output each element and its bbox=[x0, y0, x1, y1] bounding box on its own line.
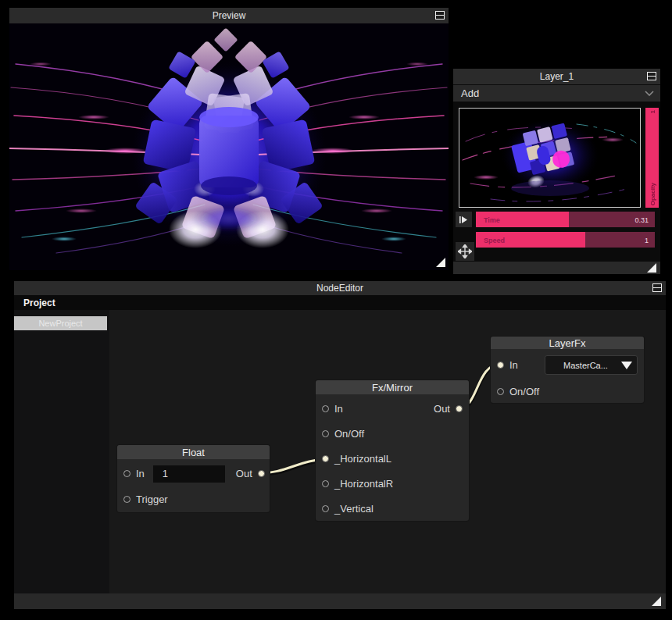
node-fx-mirror[interactable]: Fx/Mirror In Out On/Off bbox=[316, 380, 469, 521]
play-icon bbox=[459, 216, 468, 224]
opacity-slider[interactable]: 1 Opacity bbox=[645, 108, 659, 208]
port-in[interactable] bbox=[322, 405, 329, 412]
restore-window-icon[interactable] bbox=[652, 283, 662, 292]
add-dropdown-label: Add bbox=[461, 87, 479, 99]
mirror-row-vertical: _Vertical bbox=[316, 496, 469, 521]
speed-slider-value: 1 bbox=[645, 237, 649, 244]
float-row-trigger: Trigger bbox=[117, 486, 270, 512]
port-in-label: In bbox=[334, 403, 343, 415]
speed-slider[interactable]: Speed 1 bbox=[476, 232, 655, 248]
node-float-title: Float bbox=[182, 447, 205, 458]
node-editor-panel: NodeEditor Project NewProject Fl bbox=[14, 281, 666, 609]
port-out[interactable] bbox=[456, 405, 463, 412]
preview-render-image bbox=[9, 23, 449, 270]
chevron-down-icon bbox=[645, 91, 654, 96]
node-layerfx-title: LayerFx bbox=[549, 337, 586, 349]
port-horizontall[interactable] bbox=[322, 455, 329, 462]
play-button[interactable] bbox=[456, 212, 472, 227]
layerfx-row-onoff: On/Off bbox=[491, 379, 644, 403]
port-trigger[interactable] bbox=[123, 496, 130, 503]
add-dropdown[interactable]: Add bbox=[453, 85, 660, 102]
port-horizontall-label: _HorizontalL bbox=[334, 453, 391, 465]
port-out-label: Out bbox=[236, 468, 252, 479]
restore-window-icon[interactable] bbox=[435, 11, 445, 20]
opacity-label: Opacity bbox=[649, 183, 656, 205]
port-onoff-label: On/Off bbox=[509, 386, 539, 397]
preview-title: Preview bbox=[213, 10, 246, 21]
port-horizontalr[interactable] bbox=[322, 480, 329, 487]
editor-statusbar bbox=[14, 593, 666, 609]
layer-bottombar bbox=[453, 262, 660, 274]
port-onoff-label: On/Off bbox=[334, 428, 364, 440]
port-vertical[interactable] bbox=[322, 505, 329, 512]
resize-handle[interactable] bbox=[652, 597, 661, 606]
port-trigger-label: Trigger bbox=[136, 494, 168, 505]
layer-select-dropdown[interactable]: MasterCa... bbox=[545, 355, 638, 375]
editor-sidebar: NewProject bbox=[14, 310, 109, 593]
port-in-label: In bbox=[136, 468, 145, 479]
layer-thumbnail[interactable] bbox=[459, 108, 641, 208]
node-editor-titlebar[interactable]: NodeEditor bbox=[14, 281, 666, 295]
move-button[interactable] bbox=[456, 242, 474, 261]
port-in-label: In bbox=[509, 359, 518, 371]
port-out[interactable] bbox=[258, 470, 265, 477]
mirror-row-horizontalr: _HorizontalR bbox=[316, 471, 469, 496]
resize-handle[interactable] bbox=[647, 263, 656, 273]
sidebar-item-newproject[interactable]: NewProject bbox=[14, 316, 107, 330]
time-slider-value: 0.31 bbox=[634, 216, 649, 224]
time-slider-label: Time bbox=[484, 216, 500, 224]
layer-title: Layer_1 bbox=[540, 71, 574, 82]
layer-thumbnail-image bbox=[459, 109, 640, 207]
node-mirror-title: Fx/Mirror bbox=[372, 382, 413, 394]
newproject-label: NewProject bbox=[38, 319, 82, 328]
node-float-header[interactable]: Float bbox=[117, 445, 270, 459]
mirror-row-in-out: In Out bbox=[316, 396, 469, 421]
port-horizontalr-label: _HorizontalR bbox=[334, 478, 393, 490]
time-slider[interactable]: Time 0.31 bbox=[476, 212, 655, 227]
layer-titlebar[interactable]: Layer_1 bbox=[453, 69, 660, 84]
float-value-input[interactable] bbox=[153, 465, 225, 483]
layer-panel: Layer_1 Add bbox=[453, 69, 660, 274]
preview-titlebar[interactable]: Preview bbox=[9, 8, 449, 23]
speed-slider-label: Speed bbox=[484, 237, 505, 244]
node-editor-title: NodeEditor bbox=[316, 283, 363, 294]
dropdown-arrow-icon bbox=[621, 362, 632, 369]
mirror-row-horizontall: _HorizontalL bbox=[316, 446, 469, 471]
layer-select-value: MasterCa... bbox=[550, 361, 621, 370]
layerfx-row-in: In MasterCa... bbox=[491, 351, 644, 379]
port-vertical-label: _Vertical bbox=[334, 503, 374, 515]
port-in[interactable] bbox=[497, 362, 504, 369]
mirror-row-onoff: On/Off bbox=[316, 421, 469, 446]
node-layerfx-header[interactable]: LayerFx bbox=[491, 337, 644, 349]
tab-project[interactable]: Project bbox=[14, 298, 55, 308]
port-onoff[interactable] bbox=[322, 430, 329, 437]
node-float[interactable]: Float In Out Trigger bbox=[117, 445, 270, 512]
port-in[interactable] bbox=[123, 470, 130, 477]
port-out-label: Out bbox=[434, 403, 450, 415]
editor-main: NewProject Float In bbox=[14, 310, 666, 593]
move-icon bbox=[458, 244, 472, 258]
opacity-value: 1 bbox=[649, 110, 656, 113]
node-canvas[interactable]: Float In Out Trigger bbox=[109, 310, 666, 593]
node-mirror-header[interactable]: Fx/Mirror bbox=[316, 380, 469, 394]
editor-tab-row: Project bbox=[14, 295, 666, 310]
node-layerfx[interactable]: LayerFx In MasterCa... On/Off bbox=[491, 337, 644, 403]
preview-panel: Preview bbox=[9, 8, 449, 270]
restore-window-icon[interactable] bbox=[647, 72, 656, 80]
float-row-in: In Out bbox=[117, 461, 270, 486]
port-onoff[interactable] bbox=[497, 388, 504, 395]
